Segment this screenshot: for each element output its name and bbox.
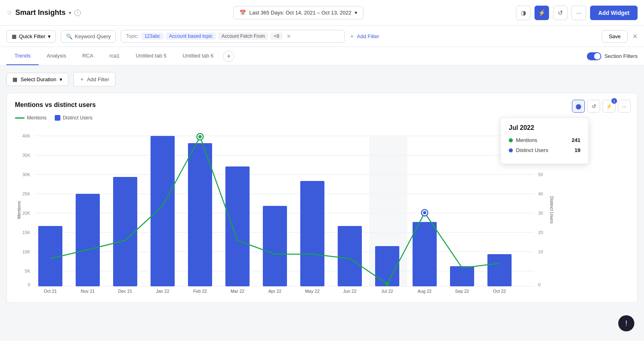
close-button[interactable]: ✕: [632, 33, 638, 40]
bar-mar22[interactable]: [225, 166, 250, 286]
tooltip-mentions-value: 241: [572, 137, 580, 143]
tooltip-distinct-dot: [509, 148, 513, 152]
bar-dec21[interactable]: [113, 177, 137, 286]
section-filters-toggle: Section Filters: [587, 52, 638, 60]
tab-rca1[interactable]: rca1: [101, 47, 128, 65]
tab-trends[interactable]: Trends: [6, 47, 39, 65]
topic-filter-clear[interactable]: ✕: [287, 33, 291, 39]
header-center: 📅 Last 365 Days: Oct 14, 2021 – Oct 13, …: [86, 6, 511, 19]
chart-view-button[interactable]: ⬤: [572, 100, 585, 113]
date-range-button[interactable]: 📅 Last 365 Days: Oct 14, 2021 – Oct 13, …: [233, 6, 363, 19]
section-controls: ▦ Select Duration ▾ ＋ Add Filter: [6, 72, 638, 86]
topic-more-tag[interactable]: +8: [270, 33, 283, 40]
chart-refresh-button[interactable]: ↺: [587, 100, 600, 113]
refresh-button[interactable]: ↺: [553, 6, 568, 20]
x-label-oct21: Oct 21: [44, 289, 57, 294]
x-label-nov21: Nov 21: [81, 289, 95, 294]
add-tab-button[interactable]: +: [223, 51, 234, 62]
info-icon[interactable]: i: [74, 10, 81, 16]
x-label-jun22: Jun 22: [343, 289, 356, 294]
line-dot-aug22-inner: [423, 211, 426, 214]
topic-label: Topic:: [126, 33, 138, 39]
topic-tag-2[interactable]: Account based topic: [166, 33, 216, 40]
tooltip-distinct-row: Distinct Users 19: [509, 147, 580, 153]
filter-icon-button[interactable]: ⚡: [535, 6, 549, 20]
select-duration-label: Select Duration: [21, 76, 56, 82]
bar-sep22[interactable]: [450, 266, 474, 286]
select-duration-button[interactable]: ▦ Select Duration ▾: [6, 73, 68, 86]
chart-title: Mentions vs distinct users: [15, 101, 629, 109]
bar-jul22[interactable]: [375, 246, 399, 286]
bar-oct22[interactable]: [487, 254, 512, 286]
theme-toggle-button[interactable]: ◑: [516, 6, 530, 20]
search-icon: 🔍: [66, 33, 72, 39]
chevron-down-icon[interactable]: ▾: [69, 10, 71, 16]
add-widget-button[interactable]: Add Widget: [590, 6, 638, 20]
date-range-label: Last 365 Days: Oct 14, 2021 – Oct 13, 20…: [249, 10, 351, 16]
bar-jun22[interactable]: [338, 226, 362, 286]
topic-tag-1[interactable]: 123abc: [141, 33, 163, 40]
bar-apr22[interactable]: [263, 206, 287, 286]
tooltip-distinct-label: Distinct Users: [509, 147, 548, 153]
y-label-10k: 10K: [22, 249, 30, 254]
topic-tag-3[interactable]: Account Fetch From: [218, 33, 268, 40]
tab-untitled-6[interactable]: Untitled tab 6: [175, 47, 222, 65]
content-area: ▦ Select Duration ▾ ＋ Add Filter Mention…: [0, 66, 644, 309]
x-label-aug22: Aug 22: [418, 289, 432, 294]
line-dot-jul22: [385, 282, 389, 286]
tab-analysis[interactable]: Analysis: [39, 47, 74, 65]
y-label-25k: 25K: [22, 191, 30, 196]
legend-distinct-users: Distinct Users: [55, 115, 93, 121]
x-label-oct22: Oct 22: [493, 289, 506, 294]
legend-mentions: Mentions: [15, 115, 47, 121]
y-label-0-right: 0: [538, 282, 541, 287]
tabs-bar: Trends Analysis RCA rca1 Untitled tab 5 …: [0, 47, 644, 66]
y-label-15k: 15K: [22, 230, 30, 235]
x-label-dec21: Dec 21: [118, 289, 132, 294]
y-label-10: 10: [538, 249, 543, 254]
y-axis-right-title: Distinct Users: [549, 196, 554, 224]
add-filter-label: Add Filter: [357, 33, 380, 39]
x-label-feb22: Feb 22: [193, 289, 207, 294]
more-options-button[interactable]: ···: [572, 6, 586, 20]
quick-filter-button[interactable]: ▦ Quick Filter ▾: [6, 30, 56, 43]
y-label-40k: 40K: [22, 134, 30, 138]
x-label-mar22: Mar 22: [231, 289, 244, 294]
chart-card: Mentions vs distinct users ⬤ ↺ ⚡ 1 ··· M…: [6, 93, 638, 303]
topic-filter: Topic: 123abc Account based topic Accoun…: [121, 30, 344, 43]
y-label-50: 50: [538, 172, 543, 177]
mentions-line-icon: [15, 117, 25, 119]
x-label-jan22: Jan 22: [156, 289, 169, 294]
chart-more-button[interactable]: ···: [618, 100, 631, 113]
y-label-40: 40: [538, 191, 543, 196]
x-label-sep22: Sep 22: [455, 289, 469, 294]
header-left: ☆ Smart Insights ▾ i: [6, 8, 81, 17]
add-filter-section-label: Add Filter: [87, 76, 109, 82]
y-label-0-left: 0: [28, 282, 30, 287]
bar-jan22[interactable]: [151, 136, 175, 286]
x-label-apr22: Apr 22: [268, 289, 281, 294]
tab-rca[interactable]: RCA: [74, 47, 101, 65]
y-axis-left-title: Mentions: [17, 201, 21, 219]
bar-feb22[interactable]: [188, 143, 212, 286]
keyword-query-button[interactable]: 🔍 Keyword Query: [61, 30, 116, 43]
tooltip-title: Jul 2022: [509, 124, 580, 131]
tab-untitled-5[interactable]: Untitled tab 5: [128, 47, 175, 65]
bar-aug22[interactable]: [413, 222, 437, 286]
tooltip-mentions-row: Mentions 241: [509, 137, 580, 143]
add-filter-button[interactable]: ＋ Add Filter: [349, 30, 380, 43]
y-label-30: 30: [538, 211, 543, 216]
bar-nov21[interactable]: [76, 194, 100, 286]
section-add-filter-button[interactable]: ＋ Add Filter: [73, 72, 116, 86]
star-icon[interactable]: ☆: [6, 9, 12, 16]
bar-may22[interactable]: [300, 181, 324, 286]
save-button[interactable]: Save: [602, 30, 627, 43]
section-filters-switch[interactable]: [587, 52, 601, 60]
header-right: ◑ ⚡ ↺ ··· Add Widget: [516, 6, 638, 20]
distinct-legend-label: Distinct Users: [63, 115, 93, 121]
filter-count-badge: 1: [611, 98, 617, 104]
tooltip-distinct-value: 19: [575, 147, 580, 153]
section-filters-label: Section Filters: [605, 53, 638, 59]
distinct-users-box-icon: [55, 115, 60, 121]
app-header: ☆ Smart Insights ▾ i 📅 Last 365 Days: Oc…: [0, 0, 644, 26]
